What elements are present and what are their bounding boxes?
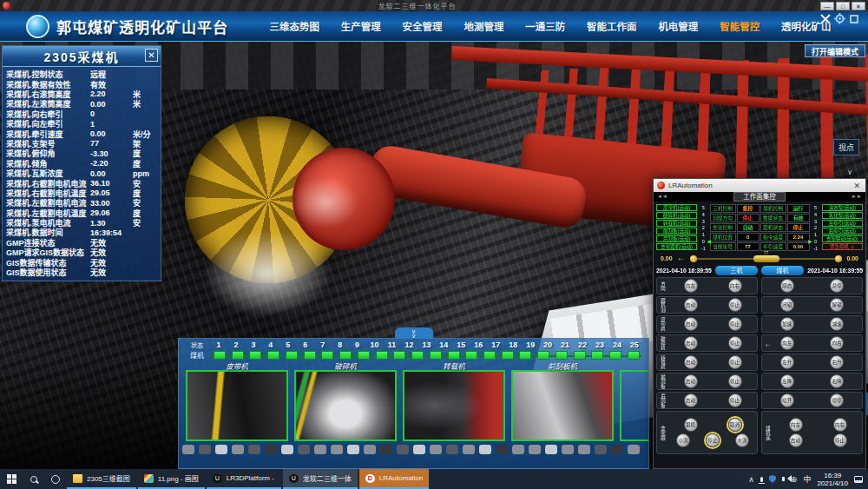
viewpoint-tab[interactable]: 视点 bbox=[833, 139, 859, 155]
filmstrip-tile[interactable] bbox=[496, 445, 508, 454]
start-round-button[interactable]: 启动 bbox=[684, 355, 698, 369]
support-status-square[interactable] bbox=[430, 351, 442, 360]
high-flow-button[interactable]: 大流 bbox=[735, 433, 749, 447]
remote-control-button[interactable]: 皮带机(远动) bbox=[656, 204, 697, 211]
support-status-square[interactable] bbox=[358, 351, 370, 360]
taskbar-search-button[interactable] bbox=[23, 469, 44, 489]
filmstrip-tile[interactable] bbox=[281, 445, 293, 454]
filmstrip-tile[interactable] bbox=[364, 445, 376, 454]
filmstrip-tile[interactable] bbox=[595, 445, 607, 454]
filmstrip-tile[interactable] bbox=[578, 445, 590, 454]
camera-feed[interactable] bbox=[294, 370, 397, 441]
close-button[interactable]: ✕ bbox=[852, 2, 865, 10]
filmstrip-tile[interactable] bbox=[331, 445, 343, 454]
speaker-icon[interactable] bbox=[782, 477, 785, 481]
camera-feed[interactable] bbox=[620, 370, 648, 441]
stop-round-button[interactable]: 停止 bbox=[728, 393, 742, 407]
right-panel-pill-button[interactable]: 煤机 bbox=[761, 266, 804, 275]
tray-chevron-icon[interactable]: ∧ bbox=[748, 475, 754, 484]
filmstrip-tile[interactable] bbox=[463, 445, 475, 454]
taskbar-app[interactable]: U 龙软二三维一体化... bbox=[283, 469, 358, 489]
support-status-square[interactable] bbox=[339, 351, 352, 360]
support-status-square[interactable] bbox=[267, 351, 279, 360]
stop-round-button[interactable]: 向右 bbox=[728, 279, 742, 293]
slider-knob[interactable] bbox=[690, 255, 697, 262]
taskbar-app[interactable]: D LRAutomation bbox=[359, 469, 430, 489]
support-status-square[interactable] bbox=[321, 351, 333, 360]
support-status-square[interactable] bbox=[393, 351, 405, 360]
remote-control-button[interactable]: 后刮板(远动) bbox=[656, 235, 697, 242]
stop-round-button[interactable]: 停止 bbox=[728, 317, 742, 331]
open-edit-mode-button[interactable]: 打开编辑模式 bbox=[805, 44, 865, 57]
support-status-square[interactable] bbox=[628, 351, 640, 360]
nav-menu-item[interactable]: 一通三防 bbox=[525, 19, 565, 33]
security-shield-icon[interactable] bbox=[769, 475, 776, 483]
follow-button[interactable]: 跟机 bbox=[684, 418, 698, 432]
nav-menu-item[interactable]: 三维态势图 bbox=[269, 19, 319, 33]
nav-menu-item[interactable]: 生产管理 bbox=[341, 19, 381, 33]
filmstrip-tile[interactable] bbox=[611, 445, 623, 454]
gear-icon[interactable] bbox=[834, 13, 845, 24]
viewpoint-chevron-icon[interactable]: ∨ bbox=[847, 170, 852, 175]
support-status-square[interactable] bbox=[214, 351, 226, 360]
filmstrip-tile[interactable] bbox=[265, 445, 277, 454]
slider-knob[interactable] bbox=[835, 255, 842, 262]
filmstrip-tile[interactable] bbox=[215, 445, 227, 454]
control-round-button[interactable]: 减速 bbox=[830, 317, 844, 331]
tab-scroll-left-icon[interactable]: ◄◄ bbox=[657, 194, 667, 199]
filmstrip-tile[interactable] bbox=[248, 445, 260, 454]
shearer-panel-close-icon[interactable]: ✕ bbox=[145, 49, 158, 62]
support-status-square[interactable] bbox=[304, 351, 316, 360]
filmstrip-tile[interactable] bbox=[628, 445, 640, 454]
slider-shearer-marker[interactable] bbox=[753, 255, 779, 262]
control-round-button[interactable]: 右降 bbox=[830, 374, 844, 388]
support-status-square[interactable] bbox=[609, 351, 621, 360]
maximize-button[interactable]: □ bbox=[836, 2, 850, 10]
filmstrip-tile[interactable] bbox=[430, 445, 442, 454]
control-round-button[interactable]: 喷停 bbox=[830, 393, 844, 407]
control-round-button[interactable]: 闭锁 bbox=[780, 298, 794, 312]
remote-control-button[interactable]: 右牵引(远动) bbox=[822, 228, 863, 235]
camera-feed[interactable] bbox=[186, 370, 288, 441]
taskbar-app[interactable]: 2305三维截图 bbox=[67, 469, 136, 489]
camera-panel-collapse-icon[interactable]: ∨∨ bbox=[395, 327, 433, 339]
control-round-button[interactable]: 总停 bbox=[830, 279, 844, 293]
nav-menu-item[interactable]: 机电管理 bbox=[658, 19, 698, 33]
start-round-button[interactable]: 启动 bbox=[684, 336, 698, 350]
filmstrip-tile[interactable] bbox=[545, 445, 557, 454]
support-status-square[interactable] bbox=[502, 351, 514, 360]
support-status-square[interactable] bbox=[483, 351, 496, 360]
start-round-button[interactable]: 向左 bbox=[684, 279, 698, 293]
support-status-square[interactable] bbox=[376, 351, 388, 360]
tab-scroll-right-icon[interactable]: ►► bbox=[852, 194, 862, 199]
support-status-square[interactable] bbox=[249, 351, 261, 360]
filmstrip-tile[interactable] bbox=[562, 445, 574, 454]
remote-control-button[interactable]: 乳化泵(远动) bbox=[822, 212, 863, 219]
filmstrip-tile[interactable] bbox=[347, 445, 359, 454]
support-status-square[interactable] bbox=[465, 351, 477, 360]
remote-control-button[interactable]: 支架联动(远动) bbox=[822, 235, 863, 242]
nav-menu-item[interactable]: 智能工作面 bbox=[587, 19, 637, 33]
mic-icon[interactable] bbox=[760, 477, 763, 482]
nav-menu-item[interactable]: 安全管理 bbox=[403, 19, 443, 33]
stop-round-button[interactable]: 停止 bbox=[728, 355, 742, 369]
network-globe-icon[interactable]: ⊕ bbox=[791, 475, 798, 484]
stop-round-button[interactable]: 停止 bbox=[706, 433, 720, 447]
right-button[interactable]: 向右 bbox=[833, 418, 847, 432]
notification-center-icon[interactable] bbox=[854, 476, 863, 483]
start-round-button[interactable]: 启动 bbox=[684, 393, 698, 407]
left-button[interactable]: 向左 bbox=[789, 418, 803, 432]
remote-control-button[interactable]: 支架跟机(远动) bbox=[656, 243, 697, 250]
remote-control-button[interactable]: 清水泵(远动) bbox=[822, 204, 863, 211]
minimize-button[interactable]: — bbox=[820, 2, 834, 10]
control-round-button[interactable]: 左降 bbox=[780, 374, 794, 388]
filmstrip-tile[interactable] bbox=[529, 445, 541, 454]
control-round-button[interactable]: 右升 bbox=[830, 355, 844, 369]
stop-round-button[interactable]: 停止 bbox=[833, 433, 847, 447]
cortana-button[interactable] bbox=[44, 469, 67, 489]
filmstrip-tile[interactable] bbox=[298, 445, 310, 454]
start-round-button[interactable]: 启动 bbox=[684, 298, 698, 312]
slider-track[interactable]: 77 bbox=[690, 255, 843, 261]
left-panel-pill-button[interactable]: 三机 bbox=[715, 266, 758, 275]
remote-control-button[interactable]: 左牵引(远动) bbox=[822, 220, 863, 227]
